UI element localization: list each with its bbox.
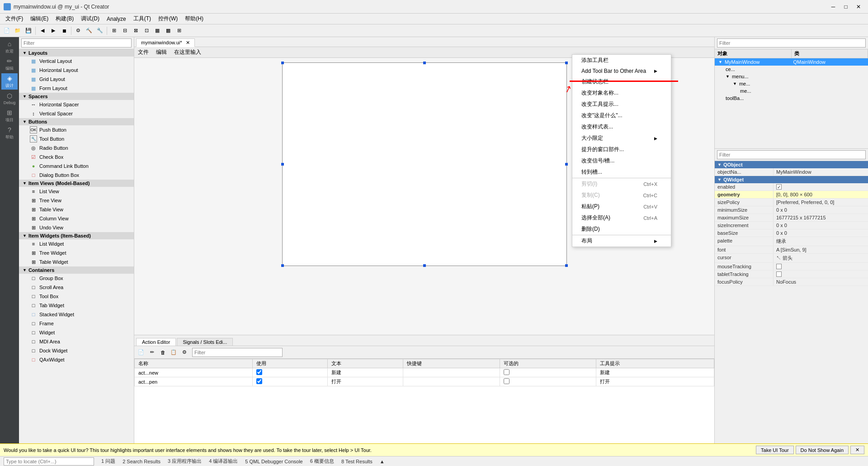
widget-check-box[interactable]: ☑ Check Box <box>19 152 134 162</box>
tree-item-central[interactable]: ce... <box>715 66 868 73</box>
ctx-paste[interactable]: 粘贴(P) Ctrl+V <box>572 201 671 212</box>
widget-widget[interactable]: □ Widget <box>19 328 134 337</box>
status-arrow-up[interactable]: ▲ <box>380 459 385 464</box>
enabled-checkbox[interactable] <box>776 184 782 190</box>
ctx-promote-widget[interactable]: 提升的窗口部件... <box>572 144 671 155</box>
prop-tablettracking-value[interactable] <box>774 271 868 278</box>
toolbar-btn5[interactable]: 🔨 <box>84 26 94 36</box>
prop-cursor-value[interactable]: ↖ 箭头 <box>774 254 868 262</box>
handle-mr[interactable] <box>565 163 568 166</box>
widget-list-widget[interactable]: ≡ List Widget <box>19 239 134 248</box>
do-not-show-button[interactable]: Do Not Show Again <box>796 446 849 454</box>
ctx-cut[interactable]: 剪切(I) Ctrl+X <box>572 178 671 190</box>
ctx-add-toolbar-other[interactable]: Add Tool Bar to Other Area <box>572 66 671 76</box>
mode-design[interactable]: ◈ 设计 <box>1 73 18 90</box>
widget-tree-widget[interactable]: ⊞ Tree Widget <box>19 248 134 257</box>
ctx-select-all[interactable]: 选择全部(A) Ctrl+A <box>572 212 671 223</box>
section-buttons[interactable]: ▼ Buttons <box>19 118 134 125</box>
toolbar-save[interactable]: 💾 <box>24 26 33 36</box>
toolbar-layout2[interactable]: ⊟ <box>120 26 130 36</box>
action-checkable-checkbox[interactable] <box>504 369 509 375</box>
prop-focuspolicy-value[interactable]: NoFocus <box>774 278 868 285</box>
status-compile-output[interactable]: 4 编译器输出 <box>209 458 238 465</box>
prop-mousetracking-value[interactable] <box>774 263 868 270</box>
menu-analyze[interactable]: Analyze <box>103 15 130 23</box>
status-problems[interactable]: 1 问题 <box>101 458 115 465</box>
prop-enabled-value[interactable] <box>774 183 868 190</box>
prop-geometry-value[interactable]: [0, 0], 800 × 600 <box>774 191 868 198</box>
widget-vertical-spacer[interactable]: ↕ Vertical Spacer <box>19 109 134 118</box>
toolbar-new[interactable]: 📄 <box>2 26 12 36</box>
section-item-views[interactable]: ▼ Item Views (Model-Based) <box>19 180 134 187</box>
close-button[interactable]: ✕ <box>853 2 864 11</box>
widget-tree-view[interactable]: ⊞ Tree View <box>19 196 134 205</box>
toolbar-layout4[interactable]: ⊡ <box>142 26 151 36</box>
tree-item-menu1[interactable]: ▼ me... <box>715 80 868 87</box>
ctx-change-tooltip[interactable]: 改变工具提示... <box>572 99 671 110</box>
action-filter-input[interactable] <box>192 348 283 357</box>
toolbar-layout6[interactable]: ▩ <box>163 26 173 36</box>
prop-sizeincrement-value[interactable]: 0 x 0 <box>774 222 868 229</box>
widget-frame[interactable]: □ Frame <box>19 319 134 328</box>
ctx-layout[interactable]: 布局 <box>572 235 671 247</box>
prop-sizepolicy-value[interactable]: [Preferred, Preferred, 0, 0] <box>774 199 868 206</box>
mode-edit[interactable]: ✏ 编辑 <box>1 56 18 72</box>
menu-help[interactable]: 帮助(H) <box>181 14 207 24</box>
handle-ml[interactable] <box>281 163 284 166</box>
action-new-btn[interactable]: 📄 <box>136 347 146 357</box>
widget-table-widget[interactable]: ⊞ Table Widget <box>19 257 134 266</box>
handle-bl[interactable] <box>281 264 284 267</box>
form-input-menu[interactable]: 在这里输入 <box>174 48 201 56</box>
handle-tl[interactable] <box>281 62 284 64</box>
ctx-delete[interactable]: 删除(D) <box>572 223 671 235</box>
widget-vertical-layout[interactable]: ▦ Vertical Layout <box>19 57 134 66</box>
locate-input[interactable] <box>4 457 94 466</box>
ctx-change-name[interactable]: 改变对象名称... <box>572 87 671 99</box>
ctx-size-limit[interactable]: 大小限定 <box>572 133 671 144</box>
widget-stacked-widget[interactable]: □ Stacked Widget <box>19 310 134 319</box>
widget-radio-button[interactable]: ◎ Radio Button <box>19 143 134 152</box>
prop-objectname-value[interactable]: MyMainWindow <box>774 168 868 176</box>
maximize-button[interactable]: □ <box>840 2 852 11</box>
mode-debug[interactable]: ⬡ Debug <box>1 90 18 107</box>
minimize-button[interactable]: ─ <box>827 2 839 11</box>
tree-item-menubar[interactable]: ▼ menu... <box>715 73 868 80</box>
menu-widgets[interactable]: 控件(W) <box>155 14 181 24</box>
handle-tm[interactable] <box>423 62 426 64</box>
ctx-add-toolbar[interactable]: 添加工具栏 <box>572 55 671 66</box>
menu-edit[interactable]: 编辑(E) <box>27 14 52 24</box>
action-edit-btn[interactable]: ✏ <box>147 347 157 357</box>
ctx-change-signal-slot[interactable]: 改变信号/槽... <box>572 155 671 166</box>
section-item-widgets[interactable]: ▼ Item Widgets (Item-Based) <box>19 232 134 239</box>
ctx-copy[interactable]: 复制(C) Ctrl+C <box>572 190 671 201</box>
section-containers[interactable]: ▼ Containers <box>19 266 134 274</box>
handle-tr[interactable] <box>565 62 568 64</box>
signals-slots-tab[interactable]: Signals / Slots Edi... <box>177 338 233 346</box>
expand-mainwindow[interactable]: ▼ <box>718 60 722 64</box>
form-canvas[interactable] <box>282 62 567 266</box>
main-tab[interactable]: mymainwindow.ui* ✕ <box>136 38 195 47</box>
tablettracking-checkbox[interactable] <box>776 271 782 277</box>
expand-menu1[interactable]: ▼ <box>733 81 737 86</box>
expand-menubar[interactable]: ▼ <box>726 74 730 79</box>
action-row[interactable]: act...new 新建 新建 <box>135 368 714 377</box>
widget-list-view[interactable]: ≡ List View <box>19 187 134 196</box>
mode-welcome[interactable]: ⌂ 欢迎 <box>1 39 18 55</box>
section-layouts[interactable]: ▼ Layouts <box>19 49 134 57</box>
menu-build[interactable]: 构建(B) <box>52 14 77 24</box>
form-edit-menu[interactable]: 编辑 <box>156 48 167 56</box>
tree-item-toolbar[interactable]: toolBa... <box>715 95 868 102</box>
toolbar-btn6[interactable]: 🔧 <box>95 26 105 36</box>
prop-palette-value[interactable]: 继承 <box>774 237 868 246</box>
status-search[interactable]: 2 Search Results <box>123 459 160 464</box>
action-used-checkbox2[interactable] <box>256 378 262 384</box>
toolbar-btn4[interactable]: ⚙ <box>73 26 83 36</box>
widget-tab-widget[interactable]: □ Tab Widget <box>19 301 134 310</box>
toolbar-btn1[interactable]: ◀ <box>38 26 47 36</box>
action-used-checkbox[interactable] <box>256 369 262 375</box>
form-file-menu[interactable]: 文件 <box>138 48 149 56</box>
toolbar-btn3[interactable]: ⏹ <box>59 26 69 36</box>
status-general[interactable]: 6 概要信息 <box>310 458 334 465</box>
action-checkable-checkbox2[interactable] <box>504 378 509 384</box>
action-copy-btn[interactable]: 📋 <box>169 347 179 357</box>
